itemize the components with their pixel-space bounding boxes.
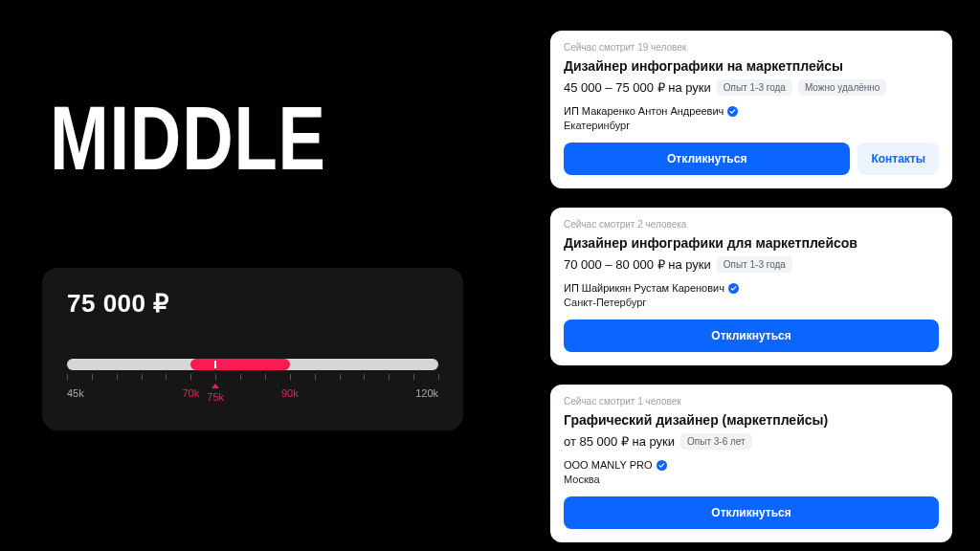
job-cards-list: Сейчас смотрит 19 человекДизайнер инфогр… [550,31,952,542]
job-card[interactable]: Сейчас смотрит 1 человекГрафический диза… [550,385,952,542]
slider-tick [166,374,167,380]
card-salary: от 85 000 ₽ на руки [564,434,675,449]
card-salary: 45 000 – 75 000 ₽ на руки [564,80,711,95]
slider-tick [413,374,414,380]
slider-label-to: 90k [281,387,299,399]
card-city: Москва [564,474,939,485]
salary-slider[interactable]: 75k [67,359,438,374]
card-employer[interactable]: ИП Макаренко Антон Андреевич [564,105,939,117]
card-chip: Опыт 1-3 года [717,256,792,273]
slider-tick [364,374,365,380]
slider-tick [340,374,341,380]
slider-tick [265,374,266,380]
contacts-button[interactable]: Контакты [858,143,939,175]
card-salary-row: от 85 000 ₽ на рукиОпыт 3-6 лет [564,433,939,450]
apply-button[interactable]: Откликнуться [564,496,939,529]
slider-tick [142,374,143,380]
card-salary-row: 70 000 – 80 000 ₽ на рукиОпыт 1-3 года [564,256,939,273]
slider-tick [240,374,241,380]
card-actions: Откликнуться [564,496,939,529]
card-employer-name: ООО MANLY PRO [564,459,653,471]
card-viewers: Сейчас смотрит 1 человек [564,396,939,407]
card-chip: Опыт 1-3 года [717,79,792,96]
job-card[interactable]: Сейчас смотрит 2 человекаДизайнер инфогр… [550,208,952,365]
apply-button[interactable]: Откликнуться [564,320,939,352]
card-actions: Откликнуться [564,320,939,352]
slider-tick [67,374,68,380]
level-title: MIDDLE [50,86,326,190]
slider-value: 75 000 ₽ [67,289,438,319]
slider-tick [315,374,316,380]
card-employer[interactable]: ООО MANLY PRO [564,459,939,471]
slider-label-max: 120k [415,387,438,399]
verified-icon [657,460,667,471]
slider-caret-icon [214,361,216,368]
card-chip: Опыт 3-6 лет [680,433,752,450]
slider-label-from: 70k [182,387,199,399]
card-city: Санкт-Петербург [564,297,939,308]
card-city: Екатеринбург [564,120,939,131]
card-title[interactable]: Дизайнер инфографики на маркетплейсы [564,58,939,74]
card-title[interactable]: Графический дизайнер (маркетплейсы) [564,412,939,428]
card-viewers: Сейчас смотрит 2 человека [564,219,939,230]
verified-icon [728,283,739,294]
job-card[interactable]: Сейчас смотрит 19 человекДизайнер инфогр… [550,31,952,188]
card-salary-row: 45 000 – 75 000 ₽ на рукиОпыт 1-3 годаМо… [564,79,939,96]
slider-tick [290,374,291,380]
card-viewers: Сейчас смотрит 19 человек [564,42,939,53]
slider-tick [389,374,390,380]
apply-button[interactable]: Откликнуться [564,143,850,175]
slider-tick [438,374,439,380]
verified-icon [727,106,738,117]
salary-slider-card: 75 000 ₽ 75k 45k 70k 90k 120k [42,268,463,430]
slider-tick [117,374,118,380]
card-title[interactable]: Дизайнер инфографики для маркетплейсов [564,235,939,251]
card-employer-name: ИП Шайрикян Рустам Каренович [564,282,724,294]
slider-tick [92,374,93,380]
slider-tick [190,374,191,380]
card-employer-name: ИП Макаренко Антон Андреевич [564,105,724,117]
card-actions: ОткликнутьсяКонтакты [564,143,939,175]
slider-pointer-icon [212,384,219,388]
slider-pointer-label: 75k [207,391,224,403]
slider-label-min: 45k [67,387,84,399]
slider-range[interactable] [190,359,289,370]
slider-ticks [67,374,438,382]
slider-tick [215,374,216,380]
card-chip: Можно удалённо [798,79,887,96]
card-employer[interactable]: ИП Шайрикян Рустам Каренович [564,282,939,294]
card-salary: 70 000 – 80 000 ₽ на руки [564,257,711,272]
